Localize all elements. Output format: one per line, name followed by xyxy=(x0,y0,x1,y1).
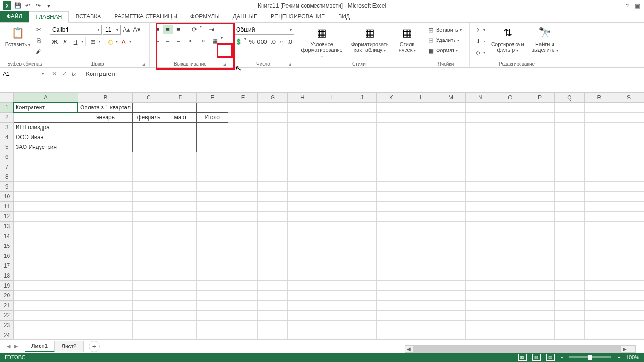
cell-O9[interactable] xyxy=(495,182,525,192)
cell-B24[interactable] xyxy=(78,330,132,340)
cell-Q9[interactable] xyxy=(554,182,584,192)
tab-view[interactable]: ВИД xyxy=(331,11,356,22)
cell-B3[interactable] xyxy=(78,123,132,132)
cell-J19[interactable] xyxy=(347,281,377,291)
row-header-20[interactable]: 20 xyxy=(0,291,14,301)
col-header-S[interactable]: S xyxy=(614,93,644,103)
cell-C21[interactable] xyxy=(133,301,165,311)
cell-I6[interactable] xyxy=(317,152,347,162)
cell-N22[interactable] xyxy=(466,311,495,321)
cell-H8[interactable] xyxy=(288,172,317,182)
col-header-L[interactable]: L xyxy=(406,93,436,103)
cell-F19[interactable] xyxy=(228,281,258,291)
cell-K14[interactable] xyxy=(377,231,406,241)
cell-G8[interactable] xyxy=(258,172,288,182)
cell-K10[interactable] xyxy=(377,192,406,202)
zoom-level[interactable]: 100% xyxy=(626,354,639,360)
cell-D3[interactable] xyxy=(165,123,196,132)
row-header-18[interactable]: 18 xyxy=(0,271,14,281)
font-launcher-icon[interactable]: ◢ xyxy=(141,62,146,66)
cell-L12[interactable] xyxy=(406,212,436,222)
cell-K16[interactable] xyxy=(377,251,406,261)
cell-L11[interactable] xyxy=(406,202,436,212)
cell-P15[interactable] xyxy=(525,241,554,251)
cell-L22[interactable] xyxy=(406,311,436,321)
cell-E8[interactable] xyxy=(197,172,228,182)
cell-L18[interactable] xyxy=(406,271,436,281)
formula-input[interactable]: Контрагент xyxy=(81,68,644,80)
cell-L7[interactable] xyxy=(406,162,436,172)
cell-G16[interactable] xyxy=(258,251,288,261)
cell-J24[interactable] xyxy=(347,330,377,340)
cell-N16[interactable] xyxy=(466,251,495,261)
tab-formulas[interactable]: ФОРМУЛЫ xyxy=(184,11,226,22)
font-color-icon[interactable]: A xyxy=(119,37,128,46)
cell-H24[interactable] xyxy=(288,330,317,340)
cell-P22[interactable] xyxy=(525,311,554,321)
row-header-11[interactable]: 11 xyxy=(0,202,14,212)
row-header-10[interactable]: 10 xyxy=(0,192,14,202)
decrease-font-icon[interactable]: A▾ xyxy=(132,25,141,34)
col-header-G[interactable]: G xyxy=(258,93,288,103)
cell-D7[interactable] xyxy=(165,162,196,172)
cell-K9[interactable] xyxy=(377,182,406,192)
cell-R19[interactable] xyxy=(584,281,614,291)
cell-G7[interactable] xyxy=(258,162,288,172)
cell-R3[interactable] xyxy=(584,123,614,132)
row-header-6[interactable]: 6 xyxy=(0,152,14,162)
cancel-formula-icon[interactable]: ✕ xyxy=(52,70,57,77)
cell-N3[interactable] xyxy=(466,123,495,132)
cell-H19[interactable] xyxy=(288,281,317,291)
cell-S7[interactable] xyxy=(614,162,644,172)
cell-P9[interactable] xyxy=(525,182,554,192)
save-icon[interactable]: 💾 xyxy=(13,1,22,10)
cell-E3[interactable] xyxy=(197,123,228,132)
cell-M15[interactable] xyxy=(436,241,466,251)
cell-H3[interactable] xyxy=(288,123,317,132)
cell-M18[interactable] xyxy=(436,271,466,281)
cell-I20[interactable] xyxy=(317,291,347,301)
align-center-icon[interactable]: ≡ xyxy=(163,36,173,45)
cell-D5[interactable] xyxy=(165,142,196,152)
cell-F23[interactable] xyxy=(228,321,258,330)
cell-R23[interactable] xyxy=(584,321,614,330)
cell-K23[interactable] xyxy=(377,321,406,330)
cell-A2[interactable] xyxy=(13,113,78,123)
cell-R18[interactable] xyxy=(584,271,614,281)
cell-R10[interactable] xyxy=(584,192,614,202)
help-icon[interactable]: ? xyxy=(626,2,629,9)
cell-N17[interactable] xyxy=(466,261,495,271)
cell-R12[interactable] xyxy=(584,212,614,222)
cell-J5[interactable] xyxy=(347,142,377,152)
cell-D12[interactable] xyxy=(165,212,196,222)
format-cells-button[interactable]: ▦Формат ▾ xyxy=(425,45,466,56)
cell-Q18[interactable] xyxy=(554,271,584,281)
cell-Q3[interactable] xyxy=(554,123,584,132)
row-header-12[interactable]: 12 xyxy=(0,212,14,222)
cell-O20[interactable] xyxy=(495,291,525,301)
cell-F24[interactable] xyxy=(228,330,258,340)
cell-M24[interactable] xyxy=(436,330,466,340)
cell-S4[interactable] xyxy=(614,132,644,142)
cell-K11[interactable] xyxy=(377,202,406,212)
cell-N6[interactable] xyxy=(466,152,495,162)
cell-K8[interactable] xyxy=(377,172,406,182)
increase-font-icon[interactable]: A▴ xyxy=(122,25,131,34)
cell-I15[interactable] xyxy=(317,241,347,251)
cell-I9[interactable] xyxy=(317,182,347,192)
cell-E22[interactable] xyxy=(197,311,228,321)
cell-P2[interactable] xyxy=(525,113,554,123)
clipboard-launcher-icon[interactable]: ◢ xyxy=(38,62,43,66)
cell-P1[interactable] xyxy=(525,103,554,113)
cell-G4[interactable] xyxy=(258,132,288,142)
cell-A23[interactable] xyxy=(13,321,78,330)
sheet-tab-2[interactable]: Лист2 xyxy=(55,341,84,352)
cell-O3[interactable] xyxy=(495,123,525,132)
cell-M19[interactable] xyxy=(436,281,466,291)
row-header-19[interactable]: 19 xyxy=(0,281,14,291)
cell-S18[interactable] xyxy=(614,271,644,281)
borders-icon[interactable]: ⊞ xyxy=(88,37,98,46)
cell-E16[interactable] xyxy=(197,251,228,261)
cell-I19[interactable] xyxy=(317,281,347,291)
cell-D18[interactable] xyxy=(165,271,196,281)
